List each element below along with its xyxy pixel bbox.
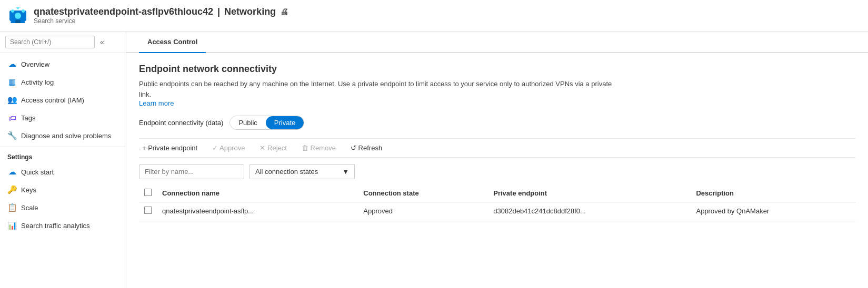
filter-row: All connection states ▼ [139,164,855,179]
sidebar-item-label: Search traffic analytics [21,222,90,230]
print-icon[interactable]: 🖨 [280,7,288,17]
row-connection-name: qnatestprivateendpoint-asflp... [157,202,358,220]
header-checkbox[interactable] [144,189,152,196]
sidebar-item-activity-log[interactable]: ▦ Activity log [0,73,126,91]
sidebar-item-keys[interactable]: 🔑 Keys [0,181,126,199]
svg-point-4 [22,9,25,13]
table-header-row: Connection name Connection state Private… [139,184,855,202]
header-checkbox-cell [139,184,157,202]
separator: | [217,6,220,17]
scale-icon: 📋 [7,203,17,212]
remove-button[interactable]: 🗑 Remove [298,142,339,154]
sidebar-item-label: Overview [21,60,49,68]
sidebar-item-label: Scale [21,204,38,212]
sidebar-item-scale[interactable]: 📋 Scale [0,199,126,217]
collapse-button[interactable]: « [98,37,106,47]
main-content: Access Control Endpoint network connecti… [126,32,868,288]
diagnose-icon: 🔧 [7,131,17,140]
toolbar: + Private endpoint ✓ Approve ✕ Reject 🗑 … [139,138,855,158]
description-text: Public endpoints can be reached by any m… [139,79,613,99]
svg-marker-2 [16,7,20,9]
search-traffic-icon: 📊 [7,221,17,230]
dropdown-chevron-icon: ▼ [342,168,349,176]
connectivity-row: Endpoint connectivity (data) Public Priv… [139,116,855,130]
row-connection-state: Approved [358,202,488,220]
tab-access-control[interactable]: Access Control [139,32,206,53]
sidebar-item-label: Activity log [21,78,54,86]
approve-button[interactable]: ✓ Approve [209,142,248,154]
sidebar-item-diagnose[interactable]: 🔧 Diagnose and solve problems [0,127,126,145]
header-description: Description [691,184,855,202]
resource-icon [8,6,27,25]
toggle-public[interactable]: Public [230,116,265,129]
sidebar-search-area: « [0,32,126,53]
sidebar: « ☁ Overview ▦ Activity log 👥 Access con… [0,32,126,288]
svg-point-1 [15,13,21,19]
resource-subtitle: Search service [34,17,288,25]
search-input[interactable] [5,36,95,48]
page-heading: qnatestprivateendpoint-asflpv6thlouc42 |… [34,6,288,17]
sidebar-item-label: Access control (IAM) [21,96,84,104]
settings-section-label: Settings [0,147,126,163]
connection-state-dropdown[interactable]: All connection states ▼ [250,164,355,179]
row-private-endpoint[interactable]: d3082deb41c241dc8ddf28f0... [488,202,691,220]
tags-icon: 🏷 [7,113,17,122]
quick-start-icon: ☁ [7,167,17,177]
add-private-endpoint-button[interactable]: + Private endpoint [139,142,201,154]
title-block: qnatestprivateendpoint-asflpv6thlouc42 |… [34,6,288,25]
activity-log-icon: ▦ [7,77,17,87]
reject-button[interactable]: ✕ Reject [256,142,290,154]
section-title: Endpoint network connectivity [139,64,855,75]
row-checkbox[interactable] [144,207,152,214]
toggle-group: Public Private [230,116,304,130]
row-description: Approved by QnAMaker [691,202,855,220]
access-control-icon: 👥 [7,95,17,105]
row-checkbox-cell [139,202,157,220]
dropdown-selected-value: All connection states [255,168,318,176]
top-bar: qnatestprivateendpoint-asflpv6thlouc42 |… [0,0,868,32]
toggle-private[interactable]: Private [266,116,304,129]
tab-bar: Access Control [126,32,868,53]
sidebar-item-label: Quick start [21,168,54,176]
sidebar-item-quick-start[interactable]: ☁ Quick start [0,163,126,181]
svg-rect-6 [15,20,21,23]
resource-name: qnatestprivateendpoint-asflpv6thlouc42 [34,6,213,17]
sidebar-item-search-traffic[interactable]: 📊 Search traffic analytics [0,217,126,234]
refresh-button[interactable]: ↺ Refresh [347,142,385,154]
svg-point-3 [11,9,14,13]
keys-icon: 🔑 [7,185,17,194]
connectivity-label: Endpoint connectivity (data) [139,119,223,127]
sidebar-nav: ☁ Overview ▦ Activity log 👥 Access contr… [0,53,126,288]
filter-by-name-input[interactable] [139,164,244,179]
page-title: Networking [224,6,276,17]
sidebar-item-label: Keys [21,186,36,194]
learn-more-link[interactable]: Learn more [139,99,174,107]
content-area: Endpoint network connectivity Public end… [126,53,868,231]
sidebar-item-tags[interactable]: 🏷 Tags [0,109,126,127]
sidebar-item-access-control[interactable]: 👥 Access control (IAM) [0,91,126,109]
overview-icon: ☁ [7,59,17,69]
header-connection-state: Connection state [358,184,488,202]
connections-table: Connection name Connection state Private… [139,184,855,220]
sidebar-item-label: Tags [21,114,35,122]
header-connection-name: Connection name [157,184,358,202]
header-private-endpoint: Private endpoint [488,184,691,202]
sidebar-item-overview[interactable]: ☁ Overview [0,55,126,73]
sidebar-item-label: Diagnose and solve problems [21,132,111,140]
table-row: qnatestprivateendpoint-asflp... Approved… [139,202,855,220]
